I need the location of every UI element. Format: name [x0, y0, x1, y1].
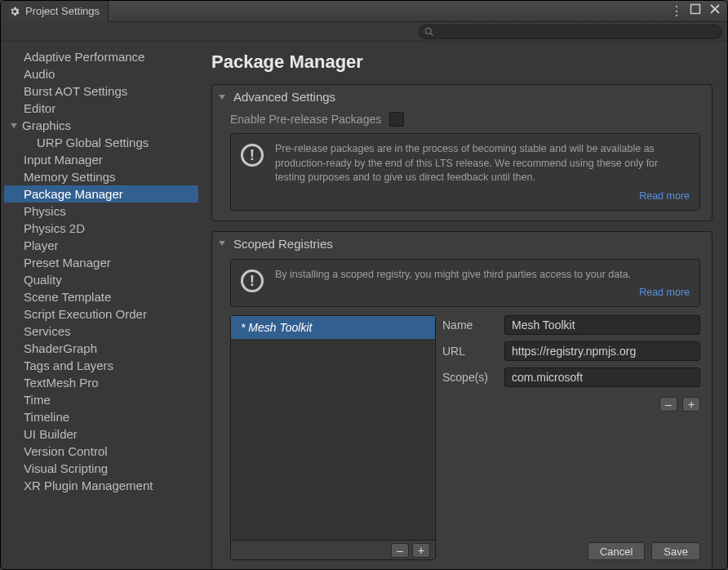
scopes-label: Scope(s): [442, 371, 496, 384]
sidebar-item-textmesh-pro[interactable]: TextMesh Pro: [4, 374, 198, 391]
caret-down-icon: [219, 241, 225, 246]
sidebar-item-quality[interactable]: Quality: [4, 271, 198, 288]
sidebar-item-label: URP Global Settings: [37, 136, 149, 149]
add-scope-button[interactable]: +: [682, 397, 700, 412]
sidebar-item-label: Quality: [24, 273, 62, 287]
sidebar-item-time[interactable]: Time: [4, 391, 198, 408]
sidebar-item-label: Tags and Layers: [24, 358, 113, 372]
prerelease-info-box: ! Pre-release packages are in the proces…: [230, 133, 700, 211]
svg-rect-0: [691, 5, 700, 14]
sidebar-item-preset-manager[interactable]: Preset Manager: [4, 254, 198, 271]
sidebar-item-label: Physics 2D: [24, 221, 85, 235]
search-icon: [424, 27, 434, 37]
scoped-info-box: ! By installing a scoped registry, you m…: [230, 259, 700, 308]
sidebar-item-player[interactable]: Player: [4, 237, 198, 254]
sidebar-item-graphics[interactable]: Graphics: [4, 117, 198, 134]
panel-title: Scoped Registries: [233, 237, 333, 251]
cancel-button[interactable]: Cancel: [588, 542, 645, 560]
sidebar-item-physics-2d[interactable]: Physics 2D: [4, 220, 198, 237]
sidebar-item-input-manager[interactable]: Input Manager: [4, 151, 198, 168]
sidebar-item-label: Preset Manager: [24, 256, 111, 269]
settings-content: Package Manager Advanced Settings Enable…: [202, 42, 727, 570]
sidebar-item-label: Audio: [24, 67, 55, 81]
kebab-menu-icon[interactable]: ⋮: [670, 3, 681, 19]
sidebar-item-tags-and-layers[interactable]: Tags and Layers: [4, 357, 198, 374]
search-input[interactable]: [419, 24, 722, 39]
sidebar-item-label: Scene Template: [24, 290, 111, 304]
registry-scope-input[interactable]: [504, 367, 700, 387]
sidebar-item-label: UI Builder: [24, 427, 78, 441]
sidebar-item-ui-builder[interactable]: UI Builder: [4, 425, 198, 443]
checkbox-label: Enable Pre-release Packages: [230, 113, 381, 126]
sidebar-item-label: XR Plugin Management: [24, 479, 153, 492]
registry-name-input[interactable]: [504, 315, 700, 335]
remove-registry-button[interactable]: –: [391, 543, 409, 558]
url-label: URL: [442, 345, 496, 358]
sidebar-item-version-control[interactable]: Version Control: [4, 443, 198, 460]
warning-icon: !: [241, 144, 264, 167]
sidebar-item-shadergraph[interactable]: ShaderGraph: [4, 340, 198, 357]
sidebar-item-label: Timeline: [24, 410, 69, 424]
sidebar-item-timeline[interactable]: Timeline: [4, 408, 198, 425]
title-bar: Project Settings ⋮: [1, 1, 727, 22]
registry-form: Name URL Scope(s) – +: [442, 315, 700, 560]
sidebar-item-label: Time: [24, 393, 51, 407]
tab-label: Project Settings: [25, 5, 100, 17]
sidebar-item-package-manager[interactable]: Package Manager: [4, 185, 198, 203]
save-button[interactable]: Save: [651, 542, 700, 560]
sidebar-item-label: TextMesh Pro: [24, 376, 99, 390]
sidebar-item-memory-settings[interactable]: Memory Settings: [4, 168, 198, 185]
sidebar-item-xr-plugin-management[interactable]: XR Plugin Management: [4, 477, 198, 494]
caret-down-icon: [11, 123, 17, 128]
sidebar-item-audio[interactable]: Audio: [4, 65, 198, 82]
scoped-registries-panel: Scoped Registries ! By installing a scop…: [211, 231, 712, 571]
sidebar-item-label: Editor: [24, 101, 55, 115]
search-bar: [1, 22, 727, 42]
sidebar-item-adaptive-performance[interactable]: Adaptive Performance: [4, 48, 198, 65]
registry-item[interactable]: * Mesh Toolkit: [231, 316, 435, 339]
sidebar-item-physics[interactable]: Physics: [4, 203, 198, 220]
prerelease-readmore-link[interactable]: Read more: [639, 190, 690, 202]
sidebar-item-label: Services: [24, 324, 71, 338]
sidebar-item-label: Player: [24, 238, 59, 252]
sidebar-item-services[interactable]: Services: [4, 323, 198, 340]
project-settings-tab[interactable]: Project Settings: [1, 1, 109, 22]
svg-point-1: [426, 28, 432, 33]
sidebar-item-label: ShaderGraph: [24, 341, 97, 355]
gear-icon: [9, 6, 20, 17]
sidebar-item-label: Script Execution Order: [24, 307, 147, 321]
remove-scope-button[interactable]: –: [659, 397, 677, 412]
prerelease-info-text: Pre-release packages are in the process …: [275, 142, 690, 185]
maximize-icon[interactable]: [690, 3, 701, 15]
sidebar-item-burst-aot-settings[interactable]: Burst AOT Settings: [4, 82, 198, 100]
registry-url-input[interactable]: [504, 341, 700, 361]
advanced-settings-panel: Advanced Settings Enable Pre-release Pac…: [211, 84, 712, 221]
advanced-settings-header[interactable]: Advanced Settings: [212, 85, 712, 109]
sidebar-item-label: Adaptive Performance: [24, 50, 144, 64]
sidebar-item-label: Package Manager: [24, 187, 123, 201]
registry-list-footer: – +: [231, 540, 435, 559]
enable-prerelease-row: Enable Pre-release Packages: [230, 112, 700, 127]
settings-sidebar: Adaptive PerformanceAudioBurst AOT Setti…: [1, 42, 202, 570]
name-label: Name: [442, 318, 496, 332]
enable-prerelease-checkbox[interactable]: [389, 112, 404, 127]
sidebar-item-editor[interactable]: Editor: [4, 100, 198, 117]
warning-icon: !: [241, 269, 264, 292]
sidebar-item-label: Visual Scripting: [24, 461, 108, 475]
sidebar-item-label: Physics: [24, 204, 66, 218]
sidebar-item-script-execution-order[interactable]: Script Execution Order: [4, 305, 198, 323]
sidebar-item-label: Memory Settings: [24, 170, 116, 184]
sidebar-item-scene-template[interactable]: Scene Template: [4, 288, 198, 305]
page-title: Package Manager: [211, 51, 712, 73]
sidebar-item-visual-scripting[interactable]: Visual Scripting: [4, 460, 198, 477]
sidebar-item-label: Input Manager: [24, 153, 103, 167]
scoped-registries-header[interactable]: Scoped Registries: [212, 232, 712, 256]
add-registry-button[interactable]: +: [412, 543, 430, 558]
sidebar-item-label: Burst AOT Settings: [24, 84, 127, 98]
sidebar-item-label: Version Control: [24, 444, 108, 458]
sidebar-item-urp-global-settings[interactable]: URP Global Settings: [4, 134, 198, 151]
sidebar-item-label: Graphics: [22, 118, 71, 132]
scoped-readmore-link[interactable]: Read more: [639, 287, 690, 298]
scoped-info-text: By installing a scoped registry, you mig…: [275, 268, 690, 283]
close-icon[interactable]: [709, 3, 721, 15]
